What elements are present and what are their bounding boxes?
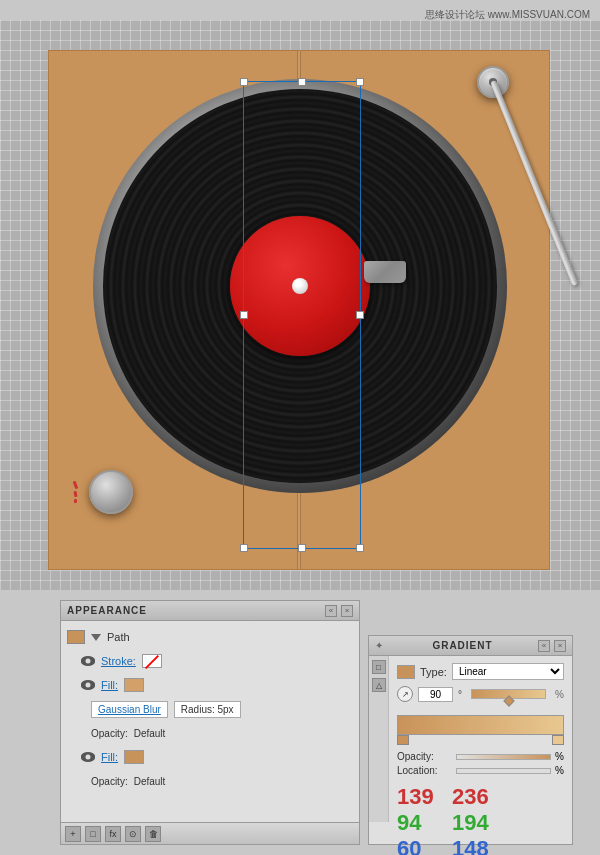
canvas-area [0, 20, 600, 595]
rgb-area: Opacity: % Location: % 139 94 60 [389, 751, 572, 855]
appearance-panel: APPEARANCE « × Path Stroke: [60, 600, 360, 845]
rgb-display: 139 94 60 236 194 148 [397, 784, 564, 855]
appearance-panel-controls: « × [325, 605, 353, 617]
radius-btn[interactable]: Radius: 5px [174, 701, 241, 718]
fill1-color-box[interactable] [124, 678, 144, 692]
appearance-content: Path Stroke: Fill: Gaussian Blur Radius:… [61, 621, 359, 797]
gradient-preview-swatch [397, 665, 415, 679]
gaussian-blur-btn[interactable]: Gaussian Blur [91, 701, 168, 718]
gradient-angle-icon: ↗ [397, 686, 413, 702]
appearance-collapse-btn[interactable]: « [325, 605, 337, 617]
rgb-b-right: 148 [452, 836, 497, 855]
gradient-title: GRADIENT [432, 640, 492, 651]
rgb-r-right: 236 [452, 784, 497, 810]
gradient-location-row: Location: % [397, 765, 564, 776]
location-label: Location: [397, 765, 452, 776]
record-center-hole [292, 278, 308, 294]
panels-area: APPEARANCE « × Path Stroke: [0, 590, 600, 855]
gradient-main-content: Type: Linear Radial ↗ ° % [389, 656, 572, 855]
opacity-pct: % [555, 751, 564, 762]
toolbar-square-btn[interactable]: □ [85, 826, 101, 842]
gradient-opacity-row: Opacity: % [397, 751, 564, 762]
path-label: Path [107, 631, 130, 643]
gradient-bar-area [397, 715, 564, 735]
stroke-label[interactable]: Stroke: [101, 655, 136, 667]
gradient-type-row: Type: Linear Radial [389, 660, 572, 683]
opacity-label: Opacity: [397, 751, 452, 762]
vol-line-3 [74, 499, 77, 503]
gradient-bar[interactable] [397, 715, 564, 735]
gradient-tool-1[interactable]: □ [372, 660, 386, 674]
vol-line-2 [74, 491, 78, 497]
gradient-titlebar: ✦ GRADIENT « × [369, 636, 572, 656]
gradient-icon-strip: □ △ [369, 656, 389, 822]
fill2-color-box[interactable] [124, 750, 144, 764]
toolbar-duplicate-btn[interactable]: ⊙ [125, 826, 141, 842]
gradient-close-btn[interactable]: × [554, 640, 566, 652]
gradient-stop-left[interactable] [397, 735, 409, 745]
tonearm-arm [490, 80, 578, 286]
rgb-b-left: 60 [397, 836, 442, 855]
gradient-stop-right[interactable] [552, 735, 564, 745]
gradient-type-select[interactable]: Linear Radial [452, 663, 564, 680]
vol-line-1 [73, 481, 79, 490]
volume-knob[interactable] [89, 470, 133, 514]
gradient-tool-2[interactable]: △ [372, 678, 386, 692]
tonearm-assembly [354, 61, 534, 361]
appearance-stroke-row: Stroke: [61, 649, 359, 673]
rgb-r-left: 139 [397, 784, 442, 810]
rgb-g-left: 94 [397, 810, 442, 836]
opacity-slider[interactable] [456, 754, 551, 760]
appearance-titlebar: APPEARANCE « × [61, 601, 359, 621]
rgb-g-right: 194 [452, 810, 497, 836]
appearance-close-btn[interactable]: × [341, 605, 353, 617]
rgb-right-col: 236 194 148 [452, 784, 497, 855]
location-pct: % [555, 765, 564, 776]
appearance-fill2-row: Fill: [61, 745, 359, 769]
appearance-opacity2-row: Opacity: Default [61, 769, 359, 793]
turntable-canvas [48, 50, 550, 570]
sel-handle-br [356, 544, 364, 552]
gradient-midpoint [503, 695, 514, 706]
appearance-fill1-row: Fill: [61, 673, 359, 697]
appearance-title: APPEARANCE [67, 605, 147, 616]
type-label: Type: [420, 666, 447, 678]
volume-area [74, 470, 133, 514]
gradient-slider[interactable] [471, 689, 546, 699]
gradient-angle-row: ↗ ° % [389, 683, 572, 705]
fill2-label[interactable]: Fill: [101, 751, 118, 763]
gradient-angle-input[interactable] [418, 687, 453, 702]
sel-handle-bl [240, 544, 248, 552]
appearance-gaussian-row: Gaussian Blur Radius: 5px [61, 697, 359, 721]
path-expand-arrow[interactable] [91, 634, 101, 641]
toolbar-fx-btn[interactable]: fx [105, 826, 121, 842]
toolbar-delete-btn[interactable]: 🗑 [145, 826, 161, 842]
tonearm-headshell [364, 261, 406, 283]
watermark: 思绛设计论坛 www.MISSVUAN.COM [425, 8, 590, 22]
gradient-collapse-btn[interactable]: « [538, 640, 550, 652]
record-label [230, 216, 370, 356]
appearance-path-row: Path [61, 625, 359, 649]
appearance-opacity1-row: Opacity: Default [61, 721, 359, 745]
volume-indicator [74, 481, 77, 503]
fill1-label[interactable]: Fill: [101, 679, 118, 691]
rgb-left-col: 139 94 60 [397, 784, 442, 855]
stroke-visibility-icon[interactable] [81, 656, 95, 666]
opacity2-value: Default [134, 776, 166, 787]
toolbar-add-btn[interactable]: + [65, 826, 81, 842]
opacity2-label: Opacity: [91, 776, 128, 787]
fill2-visibility-icon[interactable] [81, 752, 95, 762]
gradient-panel-controls: « × [538, 640, 566, 652]
fill1-visibility-icon[interactable] [81, 680, 95, 690]
gradient-panel: ✦ GRADIENT « × □ △ Type: Linear Radial [368, 635, 573, 845]
opacity1-label: Opacity: [91, 728, 128, 739]
appearance-bottom-toolbar: + □ fx ⊙ 🗑 [61, 822, 359, 844]
gradient-pct: % [555, 689, 564, 700]
path-color-swatch [67, 630, 85, 644]
location-slider[interactable] [456, 768, 551, 774]
opacity1-value: Default [134, 728, 166, 739]
stroke-color-box[interactable] [142, 654, 162, 668]
